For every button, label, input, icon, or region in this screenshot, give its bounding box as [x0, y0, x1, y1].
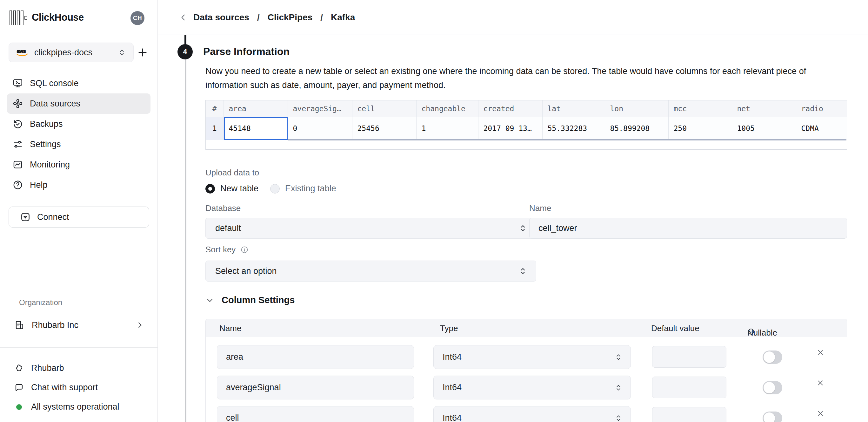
- remove-column-icon[interactable]: [816, 409, 825, 418]
- preview-header-cell[interactable]: lat: [542, 101, 605, 117]
- preview-header-cell[interactable]: changeable: [416, 101, 478, 117]
- column-settings-header: Name Type Default value Nullable: [206, 319, 847, 337]
- database-select[interactable]: default: [206, 218, 536, 238]
- breadcrumb-item-kafka[interactable]: Kafka: [331, 12, 355, 23]
- organization-selector[interactable]: Rhubarb Inc: [8, 315, 149, 336]
- header-name: Name: [219, 323, 241, 333]
- preview-cell[interactable]: 45148: [223, 117, 288, 140]
- radio-label: Existing table: [285, 184, 336, 194]
- upload-target-radio-group: New tableExisting table: [206, 184, 336, 194]
- column-default-value-input[interactable]: [652, 407, 726, 422]
- svg-text:aws: aws: [17, 48, 26, 54]
- breadcrumb-item-data-sources[interactable]: Data sources: [193, 12, 249, 23]
- column-type-select[interactable]: Int64: [433, 406, 631, 422]
- back-chevron-icon[interactable]: [179, 13, 188, 22]
- database-label: Database: [206, 203, 241, 213]
- connect-button[interactable]: Connect: [8, 206, 149, 227]
- column-type-value: Int64: [442, 352, 462, 362]
- column-type-select[interactable]: Int64: [433, 345, 631, 369]
- sidebar-item-label: Backups: [30, 119, 63, 129]
- sidebar-item-label: Monitoring: [30, 160, 70, 170]
- sidebar-item-label: Settings: [30, 140, 61, 149]
- rhubarb-icon: [14, 363, 24, 373]
- column-name-input[interactable]: averageSignal: [217, 375, 414, 399]
- horizontal-scrollbar[interactable]: [288, 139, 846, 140]
- footer-item-label: All systems operational: [31, 402, 119, 412]
- remove-column-icon[interactable]: [816, 348, 825, 357]
- sidebar-item-sql-console[interactable]: SQL console: [7, 73, 151, 93]
- breadcrumb-item-clickpipes[interactable]: ClickPipes: [268, 12, 313, 23]
- column-name-input[interactable]: area: [217, 345, 414, 369]
- add-service-button[interactable]: [137, 47, 148, 58]
- remove-column-icon[interactable]: [816, 378, 825, 387]
- preview-table: #areaaverageSig…cellchangeablecreatedlat…: [206, 101, 847, 140]
- footer-item-all-systems-operational[interactable]: All systems operational: [8, 397, 149, 417]
- sidebar-item-settings[interactable]: Settings: [7, 134, 151, 154]
- sidebar-item-backups[interactable]: Backups: [7, 114, 151, 134]
- service-selector[interactable]: aws clickpipes-docs: [8, 43, 134, 62]
- column-type-select[interactable]: Int64: [433, 375, 631, 399]
- preview-header-cell[interactable]: net: [732, 101, 796, 117]
- breadcrumb-separator: /: [257, 12, 260, 23]
- avatar[interactable]: CH: [130, 11, 145, 25]
- preview-cell[interactable]: 85.899208: [605, 117, 668, 140]
- chevron-down-icon: [206, 296, 214, 305]
- monitoring-icon: [12, 159, 23, 170]
- top-bar: Data sources/ClickPipes/Kafka: [158, 0, 868, 35]
- preview-header-cell[interactable]: lon: [605, 101, 668, 117]
- connect-icon: [20, 212, 31, 222]
- preview-cell[interactable]: 25456: [352, 117, 416, 140]
- chevron-updown-icon: [118, 48, 126, 57]
- step-timeline-segment: [184, 35, 186, 45]
- preview-cell[interactable]: 250: [668, 117, 732, 140]
- table-name-input[interactable]: [529, 218, 847, 238]
- radio-option-new-table[interactable]: New table: [206, 184, 258, 194]
- header-type: Type: [440, 323, 458, 333]
- step-badge: 4: [178, 44, 193, 59]
- sort-key-select-value: Select an option: [215, 266, 277, 276]
- sidebar-item-monitoring[interactable]: Monitoring: [7, 154, 151, 175]
- sidebar-item-help[interactable]: Help: [7, 175, 151, 195]
- sort-key-select[interactable]: Select an option: [206, 260, 536, 282]
- preview-cell[interactable]: CDMA: [796, 117, 847, 140]
- nullable-toggle[interactable]: [763, 350, 782, 364]
- column-settings-toggle[interactable]: Column Settings: [206, 295, 294, 305]
- preview-header-cell[interactable]: averageSig…: [288, 101, 352, 117]
- service-name: clickpipes-docs: [34, 48, 118, 58]
- column-settings-rows: areaInt64averageSignalInt64cellInt64: [206, 337, 847, 422]
- backups-icon: [12, 118, 23, 129]
- preview-cell[interactable]: 1005: [732, 117, 796, 140]
- page-title: Parse Information: [203, 46, 289, 58]
- info-icon[interactable]: [240, 246, 249, 254]
- column-default-value-input[interactable]: [652, 346, 726, 368]
- chat-icon: [14, 383, 24, 393]
- preview-header-cell[interactable]: mcc: [668, 101, 732, 117]
- chevron-updown-icon: [614, 383, 623, 392]
- radio-option-existing-table[interactable]: Existing table: [270, 184, 336, 194]
- column-name-input[interactable]: cell: [217, 406, 414, 422]
- sidebar-item-label: SQL console: [30, 79, 79, 88]
- preview-header-cell[interactable]: cell: [352, 101, 416, 117]
- data-sources-icon: [12, 98, 23, 109]
- footer-item-chat-with-support[interactable]: Chat with support: [8, 378, 149, 397]
- preview-cell[interactable]: 1: [416, 117, 478, 140]
- data-preview-table: #areaaverageSig…cellchangeablecreatedlat…: [206, 100, 847, 150]
- preview-cell[interactable]: 0: [288, 117, 352, 140]
- footer-item-rhubarb[interactable]: Rhubarb: [8, 359, 149, 378]
- column-default-value-input[interactable]: [652, 376, 726, 398]
- status-dot-icon: [16, 404, 22, 410]
- sidebar-item-data-sources[interactable]: Data sources: [7, 93, 151, 114]
- nullable-toggle[interactable]: [763, 381, 782, 394]
- preview-header-cell[interactable]: radio: [796, 101, 847, 117]
- chevron-updown-icon: [614, 414, 623, 422]
- main-content: Data sources/ClickPipes/Kafka 4 Parse In…: [158, 0, 868, 422]
- help-icon: [12, 179, 23, 190]
- nullable-toggle[interactable]: [763, 412, 782, 422]
- preview-header-cell[interactable]: area: [223, 101, 288, 117]
- row-number-cell: 1: [206, 117, 223, 140]
- info-icon[interactable]: [747, 328, 755, 335]
- preview-cell[interactable]: 55.332283: [542, 117, 605, 140]
- preview-header-cell[interactable]: created: [478, 101, 542, 117]
- preview-cell[interactable]: 2017-09-13…: [478, 117, 542, 140]
- sort-key-label-row: Sort key: [206, 245, 249, 255]
